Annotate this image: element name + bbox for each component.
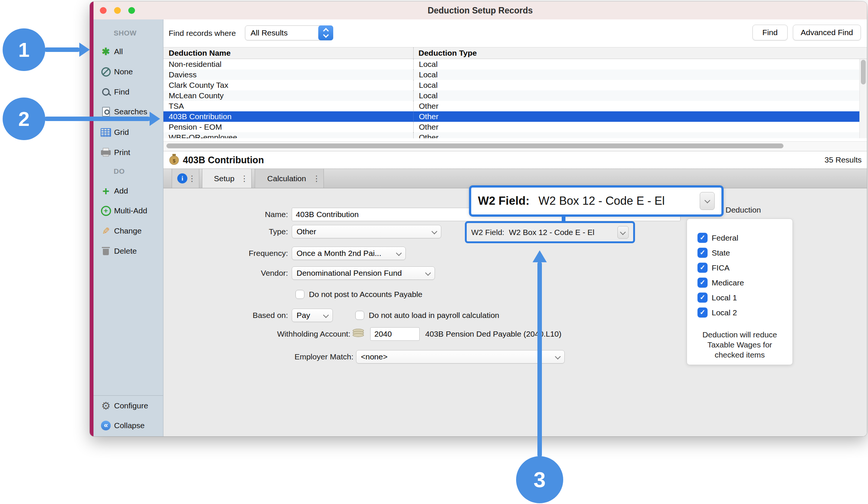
type-dropdown[interactable]: Other: [292, 225, 441, 238]
withholding-account-label: Withholding Account:: [253, 327, 350, 341]
w2-dropdown-button[interactable]: [700, 192, 715, 210]
vendor-label: Vendor:: [213, 266, 288, 280]
no-auto-load-checkbox[interactable]: [355, 311, 364, 320]
table-row[interactable]: Pension - EOM Other: [163, 122, 859, 132]
annotation-arrowhead-3: [533, 250, 547, 262]
cell-deduction-type: Other: [413, 132, 859, 138]
annotation-arrow-1: [44, 47, 80, 52]
checked-checkbox[interactable]: ✓: [697, 233, 708, 243]
annotation-arrow-3: [537, 262, 542, 457]
sidebar-item-collapse[interactable]: « Collapse: [93, 419, 163, 432]
table-row[interactable]: WBF-OR-employee Other: [163, 132, 859, 138]
trash-icon: [100, 245, 111, 257]
w2-field-label: W2 Field:: [471, 228, 504, 237]
segment-dots-icon[interactable]: ⋮: [313, 174, 320, 183]
chevron-down-icon: [396, 250, 402, 256]
frequency-dropdown[interactable]: Once a Month 2nd Pai...: [292, 247, 406, 260]
annotation-arrowhead-2: [150, 112, 160, 126]
w2-field-label: W2 Field:: [478, 194, 530, 208]
column-divider: [413, 47, 414, 59]
table-row[interactable]: TSA Other: [163, 101, 859, 111]
vertical-scrollbar-thumb[interactable]: [861, 60, 866, 84]
cell-deduction-type: Other: [413, 101, 859, 111]
checked-checkbox[interactable]: ✓: [697, 278, 708, 288]
zoom-button[interactable]: [128, 7, 135, 14]
record-title: 403B Contribution: [183, 151, 264, 168]
cell-deduction-type: Local: [413, 80, 859, 90]
segment-dots-icon[interactable]: ⋮: [240, 174, 248, 183]
annotation-circle-1: 1: [3, 28, 45, 71]
find-button[interactable]: Find: [752, 25, 788, 40]
cell-deduction-name: Non-residential: [163, 59, 413, 69]
checked-checkbox[interactable]: ✓: [697, 307, 708, 318]
reduce-deduction-panel: ✓ Federal ✓ State ✓ FICA ✓ Medicare ✓ Lo…: [687, 219, 793, 365]
no-auto-load-label: Do not auto load in payroll calculation: [369, 309, 499, 322]
pencil-icon: ✎: [100, 225, 111, 236]
horizontal-scrollbar[interactable]: [163, 141, 867, 151]
annotation-circle-3: 3: [516, 456, 563, 503]
chevron-down-icon: [425, 270, 431, 276]
employer-match-dropdown[interactable]: <none>: [356, 350, 565, 364]
no-post-ap-checkbox[interactable]: [295, 290, 304, 299]
results-filter-dropdown[interactable]: All Results: [245, 25, 333, 40]
titlebar: Deduction Setup Records: [93, 1, 867, 20]
table-row-selected[interactable]: 403B Contribution Other: [163, 111, 859, 122]
annotation-arrow-2: [44, 117, 150, 121]
chevron-down-icon: [323, 312, 329, 318]
sidebar-item-configure[interactable]: ⚙ Configure: [93, 399, 163, 412]
plus-icon: +: [100, 185, 111, 197]
withholding-account-input[interactable]: 2040: [370, 327, 420, 341]
info-segment[interactable]: i ⋮: [172, 169, 199, 188]
close-button[interactable]: [100, 7, 107, 14]
horizontal-scrollbar-thumb[interactable]: [166, 143, 783, 148]
sidebar-item-delete[interactable]: Delete: [93, 244, 163, 258]
circle-plus-icon: +: [100, 205, 111, 216]
checked-checkbox[interactable]: ✓: [697, 263, 708, 273]
sidebar-item-multi-add[interactable]: + Multi-Add: [93, 204, 163, 217]
sidebar-item-find[interactable]: Find: [93, 85, 163, 99]
minimize-button[interactable]: [114, 7, 121, 14]
sidebar-item-all[interactable]: ✱ All: [93, 45, 163, 58]
table-row[interactable]: Daviess Local: [163, 69, 859, 80]
sidebar-item-add[interactable]: + Add: [93, 184, 163, 198]
table-row[interactable]: Clark County Tax Local: [163, 80, 859, 90]
asterisk-icon: ✱: [100, 46, 111, 57]
checked-checkbox[interactable]: ✓: [697, 293, 708, 303]
column-deduction-type[interactable]: Deduction Type: [418, 47, 477, 59]
vertical-scrollbar[interactable]: [859, 59, 867, 138]
sidebar-item-change[interactable]: ✎ Change: [93, 224, 163, 238]
app-window: Deduction Setup Records SHOW ✱ All None …: [90, 1, 867, 436]
w2-field-dropdown[interactable]: W2 Box 12 - Code E - El: [509, 228, 617, 237]
table-header: Deduction Name Deduction Type: [163, 47, 867, 59]
checked-checkbox[interactable]: ✓: [697, 248, 708, 258]
vendor-dropdown[interactable]: Denominational Pension Fund: [292, 266, 435, 280]
sidebar-section-do: DO: [114, 167, 125, 176]
collapse-chevrons-icon: «: [100, 420, 111, 431]
advanced-find-button[interactable]: Advanced Find: [793, 25, 861, 40]
based-on-dropdown[interactable]: Pay: [292, 309, 333, 322]
info-icon[interactable]: i: [177, 173, 187, 183]
column-deduction-name[interactable]: Deduction Name: [169, 47, 231, 59]
sidebar-item-none[interactable]: None: [93, 65, 163, 78]
cell-deduction-name: TSA: [163, 101, 413, 111]
sidebar-item-print[interactable]: Print: [93, 146, 163, 159]
window-title: Deduction Setup Records: [93, 1, 867, 19]
tab-setup[interactable]: Setup ⋮: [202, 169, 252, 188]
money-bag-icon: $: [169, 156, 179, 165]
chevron-down-icon: [555, 354, 561, 360]
tab-calculation[interactable]: Calculation ⋮: [255, 169, 324, 188]
sidebar-section-show: SHOW: [114, 29, 137, 37]
w2-dropdown-button[interactable]: [617, 226, 629, 239]
w2-field-callout-zoom: W2 Field: W2 Box 12 - Code E - El: [469, 185, 724, 217]
window-accent-strip: [90, 1, 93, 436]
chevron-down-icon: [705, 198, 711, 204]
reduce-deduction-title: Deduction: [726, 205, 761, 214]
segment-dots-icon[interactable]: ⋮: [188, 174, 196, 183]
sidebar-item-grid[interactable]: Grid: [93, 126, 163, 139]
table-rows-viewport: Non-residential Local Daviess Local Clar…: [163, 59, 859, 138]
printer-icon: [100, 147, 111, 158]
table-row[interactable]: Non-residential Local: [163, 59, 859, 69]
frequency-label: Frequency:: [213, 247, 288, 260]
coin-stack-icon[interactable]: [353, 329, 365, 338]
table-row[interactable]: McLean County Local: [163, 90, 859, 101]
